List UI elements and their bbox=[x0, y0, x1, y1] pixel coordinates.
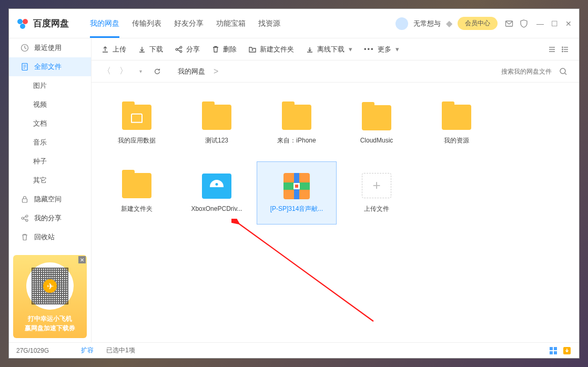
more-button[interactable]: •••更多▾ bbox=[364, 45, 399, 54]
plane-icon: ✈ bbox=[43, 279, 57, 293]
promo-qr: ✈ bbox=[26, 262, 74, 310]
file-name: 我的应用数据 bbox=[118, 136, 156, 145]
svg-point-11 bbox=[180, 46, 182, 48]
svg-point-13 bbox=[562, 47, 563, 48]
selection-label: 已选中1项 bbox=[106, 346, 135, 354]
username-label: 无常想与 bbox=[413, 19, 441, 28]
file-item[interactable]: 我的应用数据 bbox=[97, 93, 177, 156]
svg-point-0 bbox=[17, 19, 23, 24]
tab-toolbox[interactable]: 功能宝箱 bbox=[216, 9, 246, 38]
forward-button[interactable]: 〉 bbox=[118, 66, 129, 77]
promo-text: 打中幸运小飞机 赢网盘加速下载券 bbox=[25, 314, 75, 333]
file-name: XboxOnePCDriv... bbox=[191, 205, 242, 212]
sidebar-item-images[interactable]: 图片 bbox=[9, 76, 91, 95]
sidebar-item-label: 全部文件 bbox=[34, 62, 62, 72]
history-button[interactable]: ▾ bbox=[135, 66, 146, 77]
offline-download-button[interactable]: 离线下载▾ bbox=[306, 45, 352, 54]
vip-button[interactable]: 会员中心 bbox=[458, 17, 498, 30]
sidebar-item-other[interactable]: 其它 bbox=[9, 171, 91, 190]
file-item[interactable]: 新建文件夹 bbox=[97, 161, 177, 225]
list-view-button[interactable] bbox=[561, 45, 570, 54]
app-name: 百度网盘 bbox=[33, 17, 69, 29]
file-item[interactable]: 测试123 bbox=[177, 93, 257, 156]
upload-placeholder[interactable]: +上传文件 bbox=[337, 161, 417, 225]
sidebar-item-music[interactable]: 音乐 bbox=[9, 133, 91, 152]
folder-app-icon bbox=[122, 105, 151, 130]
file-item-selected[interactable]: [P-SP]314音声献... bbox=[257, 161, 337, 225]
document-icon bbox=[21, 63, 29, 71]
title-icons bbox=[505, 19, 528, 28]
shield-icon[interactable] bbox=[520, 19, 528, 28]
maximize-button[interactable]: ☐ bbox=[551, 19, 558, 28]
sidebar-item-recent[interactable]: 最近使用 bbox=[9, 38, 91, 57]
disk-icon bbox=[202, 174, 231, 199]
sidebar-item-label: 视频 bbox=[33, 100, 47, 109]
sidebar-item-all-files[interactable]: 全部文件 bbox=[9, 57, 91, 76]
sidebar-item-label: 文档 bbox=[33, 119, 47, 128]
promo-close-button[interactable]: ✕ bbox=[78, 256, 86, 263]
plus-icon: + bbox=[362, 173, 391, 198]
back-button[interactable]: 〈 bbox=[101, 66, 113, 77]
avatar[interactable] bbox=[396, 17, 408, 30]
upload-button[interactable]: 上传 bbox=[101, 45, 126, 54]
main-panel: 上传 下载 分享 删除 新建文件夹 离线下载▾ •••更多▾ 〈 〉 ▾ 我的网… bbox=[92, 38, 579, 342]
file-item[interactable]: 来自：iPhone bbox=[257, 93, 337, 156]
share-button[interactable]: 分享 bbox=[175, 45, 200, 54]
delete-button[interactable]: 删除 bbox=[211, 45, 237, 54]
svg-rect-17 bbox=[550, 347, 553, 350]
sidebar: 最近使用 全部文件 图片 视频 文档 音乐 种子 其它 隐藏空间 我的分享 回收 bbox=[9, 38, 92, 342]
download-button[interactable]: 下载 bbox=[138, 45, 163, 54]
minimize-button[interactable]: — bbox=[536, 19, 544, 28]
folder-icon bbox=[442, 105, 471, 130]
diamond-icon[interactable]: ◆ bbox=[446, 18, 452, 28]
refresh-button[interactable] bbox=[151, 66, 163, 77]
tab-friend-share[interactable]: 好友分享 bbox=[174, 9, 204, 38]
sidebar-item-docs[interactable]: 文档 bbox=[9, 114, 91, 133]
svg-point-14 bbox=[562, 49, 563, 50]
promo-line2: 赢网盘加速下载券 bbox=[25, 323, 75, 333]
cloud-download-icon bbox=[306, 45, 314, 54]
svg-point-12 bbox=[180, 50, 182, 53]
expand-storage-button[interactable]: 扩容 bbox=[81, 346, 94, 355]
search-input[interactable] bbox=[462, 65, 557, 78]
close-button[interactable]: ✕ bbox=[565, 19, 572, 28]
sidebar-item-my-share[interactable]: 我的分享 bbox=[9, 209, 91, 228]
share-small-icon bbox=[21, 214, 29, 222]
archive-icon bbox=[283, 173, 310, 199]
folder-icon bbox=[362, 105, 391, 130]
clock-icon bbox=[21, 44, 29, 52]
new-folder-button[interactable]: 新建文件夹 bbox=[248, 45, 294, 54]
sidebar-item-trash[interactable]: 回收站 bbox=[9, 228, 91, 247]
title-bar: 百度网盘 我的网盘 传输列表 好友分享 功能宝箱 找资源 无常想与 ◆ 会员中心… bbox=[9, 9, 579, 38]
download-icon bbox=[138, 45, 146, 54]
quota-label: 27G/1029G bbox=[16, 347, 49, 354]
user-zone: 无常想与 ◆ 会员中心 bbox=[396, 17, 498, 30]
tab-my-drive[interactable]: 我的网盘 bbox=[90, 9, 119, 38]
app-logo: 百度网盘 bbox=[16, 17, 69, 30]
file-name: CloudMusic bbox=[360, 137, 393, 144]
app-window: 百度网盘 我的网盘 传输列表 好友分享 功能宝箱 找资源 无常想与 ◆ 会员中心… bbox=[8, 8, 580, 359]
nav-bar: 〈 〉 ▾ 我的网盘 > bbox=[92, 60, 579, 83]
transfer-icon[interactable] bbox=[562, 346, 572, 355]
file-item[interactable]: XboxOnePCDriv... bbox=[177, 161, 257, 225]
sort-button[interactable] bbox=[548, 45, 556, 54]
grid-view-icon[interactable] bbox=[549, 346, 558, 355]
mail-icon[interactable] bbox=[505, 19, 513, 28]
file-item[interactable]: 我的资源 bbox=[417, 93, 496, 156]
tab-resources[interactable]: 找资源 bbox=[258, 9, 280, 38]
search-icon[interactable] bbox=[557, 65, 570, 78]
file-item[interactable]: CloudMusic bbox=[337, 93, 417, 156]
breadcrumb-root[interactable]: 我的网盘 bbox=[178, 67, 205, 76]
breadcrumb-sep: > bbox=[214, 67, 218, 76]
sidebar-item-hidden[interactable]: 隐藏空间 bbox=[9, 190, 91, 209]
sidebar-item-videos[interactable]: 视频 bbox=[9, 95, 91, 114]
svg-rect-19 bbox=[550, 351, 553, 354]
sidebar-item-label: 图片 bbox=[33, 81, 47, 90]
tab-transfers[interactable]: 传输列表 bbox=[132, 9, 161, 38]
delete-icon bbox=[211, 45, 220, 54]
promo-banner[interactable]: ✕ ✈ 打中幸运小飞机 赢网盘加速下载券 bbox=[13, 255, 87, 338]
sidebar-item-torrents[interactable]: 种子 bbox=[9, 152, 91, 171]
window-controls: — ☐ ✕ bbox=[536, 19, 572, 28]
ellipsis-icon: ••• bbox=[364, 45, 374, 53]
tool-label: 上传 bbox=[113, 45, 126, 54]
